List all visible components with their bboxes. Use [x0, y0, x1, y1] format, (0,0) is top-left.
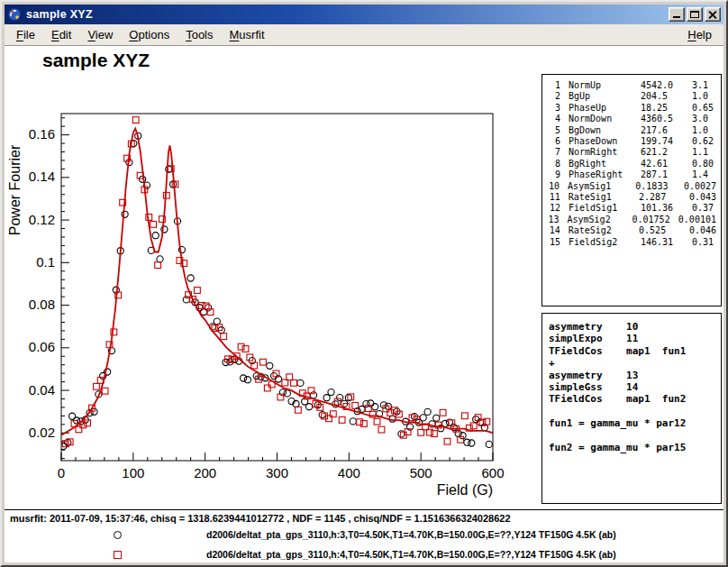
param-name: NormRight [569, 147, 641, 158]
window-controls [669, 7, 721, 22]
legend-entry: d2006/deltat_pta_gps_3110,h:4,T0=4.50K,T… [5, 545, 723, 562]
legend-label: d2006/deltat_pta_gps_3110,h:4,T0=4.50K,T… [206, 549, 616, 560]
param-num: 6 [547, 136, 560, 147]
legend-entry: d2006/deltat_pta_gps_3110,h:3,T0=4.50K,T… [5, 526, 723, 545]
window-title: sample XYZ [26, 8, 664, 21]
parameter-row: 1NormUp4542.03.1 [547, 80, 716, 91]
param-num: 14 [547, 225, 560, 236]
param-value: 101.36 [641, 203, 692, 214]
param-name: FieldSig1 [569, 203, 641, 214]
menubar: FileEditViewOptionsToolsMusrfit Help [5, 24, 723, 46]
app-icon [7, 7, 22, 22]
param-value: 2.287 [639, 192, 689, 203]
param-error: 0.80 [692, 159, 716, 169]
param-error: 1.0 [692, 125, 716, 136]
param-error: 1.1 [692, 147, 716, 158]
theory-line: fun2 = gamma_mu * par15 [549, 442, 714, 453]
parameter-row: 2BgUp204.51.0 [547, 91, 716, 102]
svg-text:0.1: 0.1 [36, 254, 55, 270]
theory-line: simplExpo 11 [549, 333, 714, 344]
menu-file[interactable]: File [8, 25, 43, 44]
param-num: 15 [547, 237, 560, 248]
param-num: 5 [547, 125, 560, 136]
parameter-row: 15FieldSig2146.310.31 [547, 237, 716, 248]
legend-marker-square-icon [114, 551, 122, 559]
param-name: BgUp [569, 91, 641, 102]
svg-text:0.12: 0.12 [29, 212, 55, 227]
param-num: 10 [547, 181, 560, 192]
svg-text:300: 300 [266, 465, 288, 480]
menu-options[interactable]: Options [121, 25, 177, 44]
parameter-row: 8BgRight42.610.80 [547, 159, 716, 169]
svg-text:0: 0 [58, 465, 65, 480]
param-num: 8 [547, 159, 560, 169]
minimize-icon [673, 16, 680, 18]
param-value: 4360.5 [641, 114, 692, 124]
param-name: PhaseRight [569, 169, 641, 180]
param-name: NormDown [569, 114, 641, 124]
param-error: 3.0 [692, 114, 716, 124]
param-num: 12 [547, 203, 560, 214]
menu-edit[interactable]: Edit [43, 25, 79, 44]
parameter-row: 9PhaseRight287.11.4 [547, 169, 716, 180]
legend-marker-circle-icon [114, 531, 122, 539]
param-name: AsymSig1 [568, 181, 635, 192]
param-error: 0.0027 [684, 181, 716, 192]
svg-text:Power Fourier: Power Fourier [7, 144, 23, 235]
parameter-row: 14RateSig20.5250.046 [547, 225, 716, 236]
param-num: 13 [547, 215, 560, 225]
parameter-row: 12FieldSig1101.360.37 [547, 203, 716, 214]
legend: d2006/deltat_pta_gps_3110,h:3,T0=4.50K,T… [5, 526, 723, 562]
theory-line: TFieldCos map1 fun2 [549, 393, 714, 405]
param-value: 146.31 [641, 237, 692, 248]
param-name: PhaseDown [569, 136, 641, 147]
maximize-icon [690, 11, 699, 18]
parameter-row: 4NormDown4360.53.0 [547, 114, 716, 124]
footer-divider [5, 509, 723, 510]
param-value: 204.5 [641, 91, 692, 102]
param-name: BgDown [569, 125, 641, 136]
menu-tools[interactable]: Tools [177, 25, 221, 44]
parameter-row: 13AsymSig20.017520.00101 [547, 215, 716, 225]
parameter-row: 7NormRight621.21.1 [547, 147, 716, 158]
titlebar: sample XYZ [5, 5, 723, 24]
theory-panel: asymmetry 10simplExpo 11TFieldCos map1 f… [541, 313, 722, 504]
param-error: 3.1 [692, 80, 716, 91]
minimize-button[interactable] [669, 7, 685, 22]
theory-line: fun1 = gamma_mu * par12 [549, 417, 714, 429]
param-num: 7 [547, 147, 560, 158]
theory-line [549, 406, 714, 417]
close-button[interactable] [705, 7, 721, 22]
param-value: 287.1 [641, 169, 692, 180]
param-value: 217.6 [641, 125, 692, 136]
svg-text:0.08: 0.08 [29, 297, 55, 312]
svg-text:0.04: 0.04 [29, 382, 55, 398]
param-name: RateSig1 [569, 192, 639, 203]
parameter-row: 5BgDown217.61.0 [547, 125, 716, 136]
param-value: 0.01752 [632, 215, 678, 225]
maximize-button[interactable] [687, 7, 703, 22]
param-name: BgRight [569, 159, 641, 169]
theory-line: simpleGss 14 [549, 381, 714, 393]
param-error: 1.4 [692, 169, 716, 180]
param-name: NormUp [569, 80, 641, 91]
svg-text:100: 100 [122, 465, 144, 480]
param-error: 1.0 [692, 91, 716, 102]
theory-line [549, 430, 714, 442]
menu-help[interactable]: Help [679, 25, 720, 44]
param-num: 4 [547, 114, 560, 124]
svg-text:0.14: 0.14 [29, 169, 55, 184]
app-window: sample XYZ FileEditViewOptionsToolsMusrf… [0, 0, 728, 567]
param-value: 4542.0 [641, 80, 692, 91]
fourier-plot: 01002003004005006000.020.040.060.080.10.… [5, 46, 527, 508]
menu-view[interactable]: View [79, 25, 121, 44]
close-icon [705, 8, 720, 21]
svg-text:200: 200 [194, 465, 216, 480]
theory-line: TFieldCos map1 fun1 [549, 345, 714, 357]
param-num: 11 [547, 192, 560, 203]
param-error: 0.046 [689, 225, 716, 236]
param-num: 2 [547, 91, 560, 102]
menu-musrfit[interactable]: Musrfit [222, 25, 273, 44]
theory-line: asymmetry 13 [549, 370, 714, 381]
param-num: 3 [547, 103, 560, 114]
